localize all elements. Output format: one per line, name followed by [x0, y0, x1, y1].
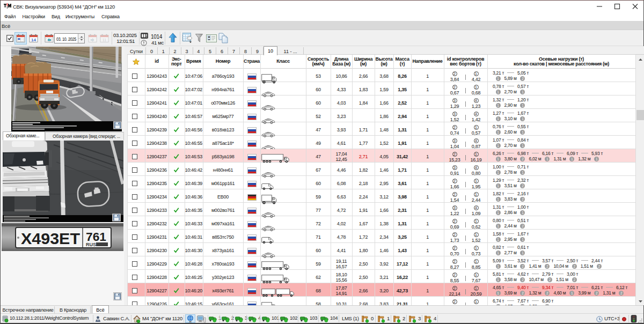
svg-text:RUS: RUS — [86, 242, 96, 247]
svg-text:14: 14 — [31, 37, 36, 42]
svg-text:X493ET: X493ET — [21, 230, 80, 247]
svg-text:11: 11 — [103, 38, 106, 41]
